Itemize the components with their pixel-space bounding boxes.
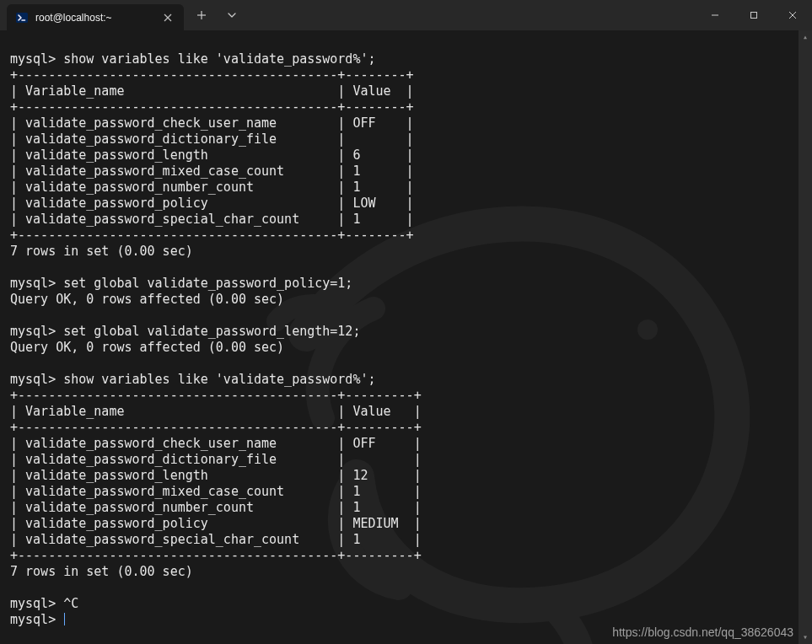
new-tab-button[interactable]	[187, 0, 216, 30]
scrollbar[interactable]: ▴ ▾	[799, 30, 812, 644]
watermark-text: https://blog.csdn.net/qq_38626043	[612, 625, 793, 639]
tab-active[interactable]: root@localhost:~	[7, 4, 184, 30]
tab-title: root@localhost:~	[35, 12, 153, 24]
powershell-icon	[15, 11, 29, 24]
scroll-down-icon[interactable]: ▾	[799, 631, 812, 644]
tab-close-button[interactable]	[160, 10, 175, 25]
window-controls	[696, 0, 812, 30]
terminal-output[interactable]: mysql> show variables like 'validate_pas…	[0, 43, 812, 631]
maximize-button[interactable]	[734, 0, 773, 30]
title-bar: root@localhost:~	[0, 0, 812, 30]
tab-controls	[187, 0, 246, 30]
tab-dropdown-button[interactable]	[218, 0, 246, 30]
minimize-button[interactable]	[696, 0, 734, 30]
window-close-button[interactable]	[773, 0, 812, 30]
svg-rect-7	[751, 13, 757, 19]
cursor	[64, 613, 65, 625]
svg-rect-0	[16, 13, 28, 23]
terminal-pane[interactable]: mysql> show variables like 'validate_pas…	[0, 30, 812, 644]
scroll-up-icon[interactable]: ▴	[799, 30, 812, 44]
